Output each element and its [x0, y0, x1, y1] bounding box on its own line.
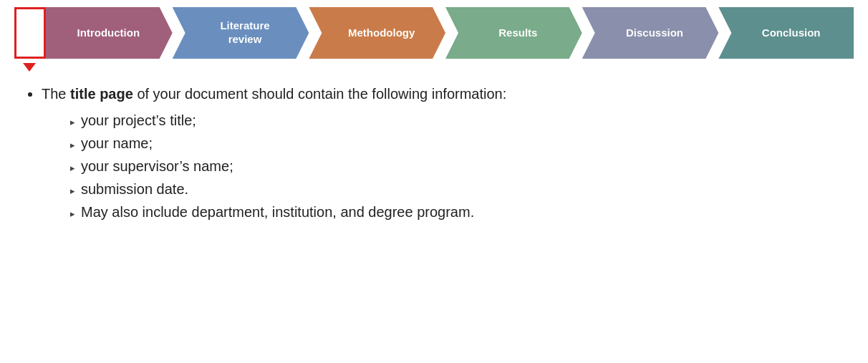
bold-title-page: title page: [70, 86, 133, 102]
red-arrow-indicator: [23, 63, 36, 72]
nav-label-discussion: Discussion: [626, 26, 683, 40]
nav-placeholder: [14, 7, 46, 59]
nav-label-results: Results: [498, 26, 537, 40]
nav-label-litreview: Literaturereview: [220, 19, 269, 47]
main-bullet: The title page of your document should c…: [42, 84, 854, 223]
nav-item-methodology[interactable]: Methodology: [309, 7, 445, 59]
nav-label-conclusion: Conclusion: [762, 26, 821, 40]
nav-item-discussion[interactable]: Discussion: [582, 7, 719, 59]
sub-item-1-text: your project’s title;: [81, 109, 196, 132]
sub-item-5-text: May also include department, institution…: [81, 200, 474, 223]
sub-item-5: May also include department, institution…: [70, 200, 854, 223]
nav-label-methodology: Methodology: [348, 26, 415, 40]
sub-item-4: submission date.: [70, 178, 854, 200]
nav-item-introduction[interactable]: Introduction: [46, 7, 173, 59]
nav-label-introduction: Introduction: [77, 26, 140, 40]
sub-item-2: your name;: [70, 132, 854, 155]
sub-item-2-text: your name;: [81, 132, 153, 155]
nav-item-results[interactable]: Results: [445, 7, 582, 59]
sub-item-3-text: your supervisor’s name;: [81, 155, 233, 178]
chevron-wrap: Introduction Literaturereview Methodolog…: [46, 7, 854, 59]
sub-item-4-text: submission date.: [81, 178, 188, 200]
sub-list: your project’s title; your name; your su…: [70, 109, 854, 223]
sub-item-1: your project’s title;: [70, 109, 854, 132]
sub-item-3: your supervisor’s name;: [70, 155, 854, 178]
content-area: The title page of your document should c…: [14, 84, 854, 223]
nav-item-litreview[interactable]: Literaturereview: [173, 7, 309, 59]
nav-row: Introduction Literaturereview Methodolog…: [14, 7, 854, 59]
nav-item-conclusion[interactable]: Conclusion: [718, 7, 854, 59]
